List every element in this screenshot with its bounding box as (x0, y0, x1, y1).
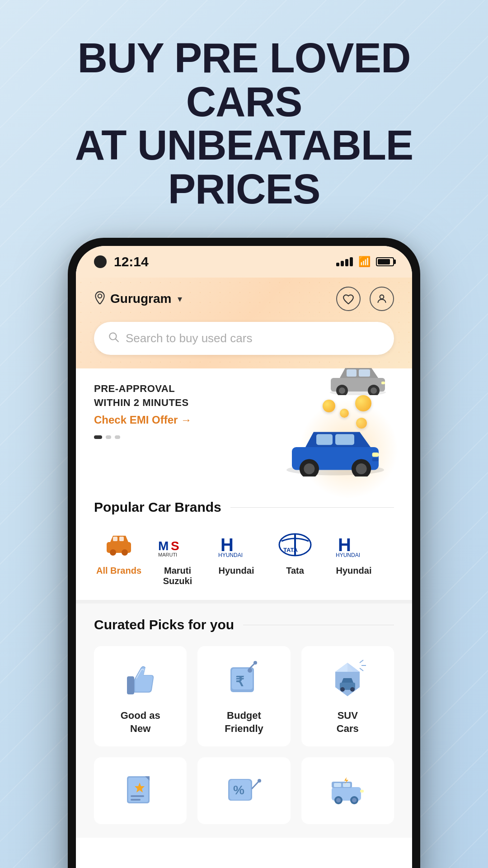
location-pin-icon (94, 291, 106, 307)
svg-rect-12 (372, 453, 379, 457)
brand-hyundai[interactable]: H HYUNDAI Hyundai (211, 528, 261, 586)
dot-1 (94, 435, 102, 439)
svg-text:S: S (171, 539, 179, 553)
tata-label: Tata (286, 566, 304, 576)
svg-rect-25 (119, 537, 124, 541)
curated-budget-friendly[interactable]: ₹ BudgetFriendly (197, 646, 290, 746)
wishlist-button[interactable] (336, 287, 361, 311)
svg-point-9 (304, 463, 314, 474)
maruti-label: MarutiSuzuki (163, 566, 192, 586)
svg-point-45 (253, 661, 257, 665)
svg-point-52 (350, 687, 355, 692)
svg-rect-22 (381, 382, 385, 384)
chevron-down-icon[interactable]: ▾ (178, 293, 182, 304)
svg-point-72 (352, 798, 357, 802)
promo-content: PRE-APPROVAL WITHIN 2 MINUTES Check EMI … (94, 382, 394, 426)
svg-point-27 (122, 549, 128, 556)
status-right: 📶 (336, 256, 394, 268)
curated-title: Curated Picks for you (94, 617, 234, 632)
curated-picks-section: Curated Picks for you (76, 600, 412, 837)
blue-suv-icon (281, 418, 389, 476)
location-actions (336, 287, 394, 311)
svg-rect-17 (359, 369, 370, 377)
svg-line-53 (360, 660, 363, 663)
svg-rect-39 (127, 676, 134, 694)
brands-divider (230, 507, 394, 508)
hyundai-2-label: Hyundai (336, 566, 372, 576)
brand-all-brands[interactable]: All Brands (94, 528, 144, 586)
svg-point-26 (110, 549, 116, 556)
emi-cta-button[interactable]: Check EMI Offer → (94, 414, 230, 426)
promo-banner[interactable]: PRE-APPROVAL WITHIN 2 MINUTES Check EMI … (76, 368, 412, 486)
brands-title: Popular Car Brands (94, 500, 221, 515)
promo-title-line1: PRE-APPROVAL (94, 382, 230, 396)
profile-button[interactable] (370, 287, 394, 311)
search-input[interactable]: Search to buy used cars (126, 331, 252, 345)
location-name[interactable]: Gurugram (110, 292, 171, 306)
curated-divider (243, 625, 394, 625)
status-bar: 12:14 📶 (76, 246, 412, 278)
svg-text:HYUNDAI: HYUNDAI (336, 552, 360, 557)
svg-rect-13 (372, 458, 379, 461)
svg-text:MARUTI: MARUTI (158, 552, 177, 557)
svg-marker-48 (335, 663, 347, 672)
curated-discount[interactable]: % (197, 757, 290, 824)
svg-text:%: % (233, 783, 244, 797)
svg-point-21 (371, 387, 377, 394)
curated-suv-cars[interactable]: SUVCars (301, 646, 394, 746)
svg-rect-24 (113, 537, 117, 541)
all-brands-label: All Brands (96, 566, 141, 576)
headline: BUY PRE LOVED CARS AT UNBEATABLE PRICES (0, 36, 488, 211)
svg-point-43 (248, 668, 252, 673)
brand-maruti[interactable]: M S MARUTI SUZUKI MarutiSuzuki (153, 528, 202, 586)
camera-dot (94, 255, 107, 268)
hyundai-icon: H HYUNDAI (216, 528, 257, 560)
svg-point-70 (336, 798, 341, 802)
maruti-icon: M S MARUTI SUZUKI (157, 528, 198, 560)
headline-line2: AT UNBEATABLE PRICES (75, 122, 413, 212)
svg-rect-67 (334, 783, 341, 787)
tata-icon: TATA (275, 528, 315, 560)
battery-icon (376, 257, 394, 266)
curated-certified[interactable] (94, 757, 187, 824)
location-left[interactable]: Gurugram ▾ (94, 291, 182, 307)
brands-section-header: Popular Car Brands (94, 500, 394, 515)
svg-rect-59 (131, 795, 144, 797)
svg-rect-73 (360, 790, 364, 793)
brand-hyundai-2[interactable]: H HYUNDAI Hyundai (329, 528, 379, 586)
svg-line-3 (116, 339, 118, 342)
promo-title-line2: WITHIN 2 MINUTES (94, 396, 230, 410)
good-as-new-label: Good asNew (121, 709, 160, 735)
search-icon (108, 331, 119, 346)
location-bar: Gurugram ▾ (94, 287, 394, 311)
phone-screen: 12:14 📶 (76, 246, 412, 868)
svg-rect-16 (347, 369, 357, 377)
suv-cars-label: SUVCars (337, 709, 359, 735)
brands-row: All Brands M S MARUTI SUZUKI (94, 528, 394, 586)
promo-text: PRE-APPROVAL WITHIN 2 MINUTES Check EMI … (94, 382, 230, 426)
discount-icon: % (221, 768, 267, 813)
top-banner: Gurugram ▾ (76, 278, 412, 368)
signal-icon (336, 257, 353, 266)
curated-grid-bottom: % (94, 757, 394, 824)
headline-line1: BUY PRE LOVED CARS (78, 35, 411, 125)
dot-3 (115, 435, 120, 439)
svg-rect-68 (343, 783, 350, 787)
wifi-icon: 📶 (358, 256, 371, 268)
svg-line-63 (252, 782, 258, 788)
curated-electric[interactable] (301, 757, 394, 824)
hyundai-icon-2: H HYUNDAI (333, 528, 374, 560)
electric-car-icon (325, 768, 370, 813)
curated-good-as-new[interactable]: Good asNew (94, 646, 187, 746)
svg-text:TATA: TATA (283, 547, 298, 553)
search-bar[interactable]: Search to buy used cars (94, 322, 394, 355)
svg-point-51 (340, 687, 345, 692)
curated-section-header: Curated Picks for you (94, 617, 394, 632)
popular-brands-section: Popular Car Brands (76, 486, 412, 600)
budget-friendly-label: BudgetFriendly (225, 709, 263, 735)
certified-icon (118, 768, 163, 813)
svg-point-19 (339, 387, 345, 394)
svg-point-1 (380, 295, 384, 299)
svg-rect-60 (131, 799, 141, 801)
brand-tata[interactable]: TATA Tata (270, 528, 320, 586)
